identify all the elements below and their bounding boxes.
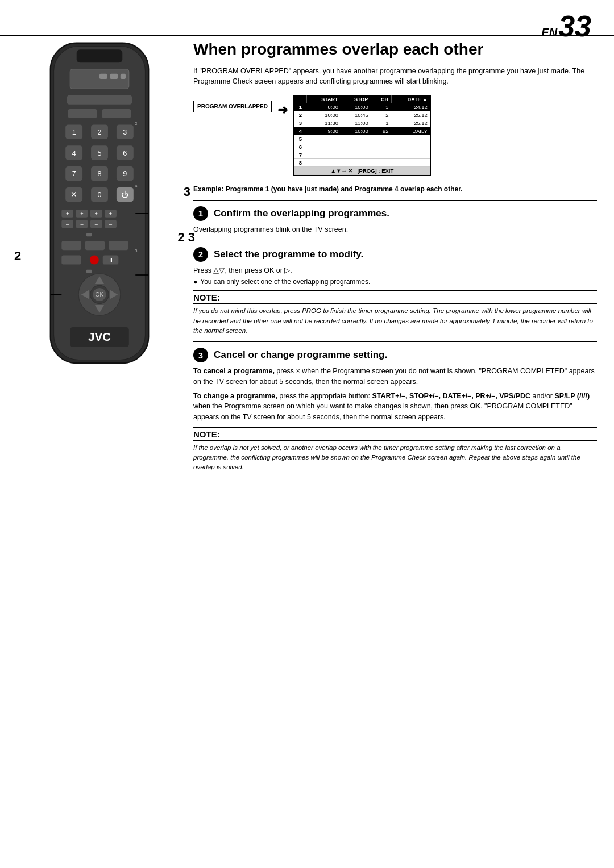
svg-text:6: 6: [123, 149, 127, 157]
note-2-heading: NOTE:: [193, 427, 597, 441]
svg-rect-55: [85, 241, 105, 250]
svg-text:8: 8: [97, 170, 101, 178]
note-1-box: NOTE: If you do not mind this overlap, p…: [193, 290, 597, 336]
step-3-heading: 3 Cancel or change programme setting.: [193, 348, 597, 362]
step-23-marker: 2 3: [177, 230, 195, 245]
table-cell: 10:00: [341, 103, 371, 111]
right-column: When programmes overlap each other If "P…: [193, 40, 597, 477]
table-cell: [371, 143, 392, 151]
step-2-marker: 2: [14, 249, 21, 264]
arrow-icon: ➜: [277, 103, 288, 118]
table-cell: [392, 159, 430, 167]
table-cell: [307, 135, 341, 143]
table-cell: 5: [294, 135, 307, 143]
remote-container: 1 2 3 2 4 5 6 7 8 9 ✕ 0: [26, 40, 173, 379]
note-2-box: NOTE: If the overlap is not yet solved, …: [193, 427, 597, 473]
divider-3: [193, 341, 597, 342]
svg-text:+: +: [95, 211, 98, 216]
table-cell: 2: [294, 111, 307, 119]
col-stop: STOP: [341, 95, 371, 103]
table-cell: 25.12: [392, 111, 430, 119]
table-cell: 10:45: [341, 111, 371, 119]
page-title: When programmes overlap each other: [193, 40, 597, 59]
svg-text:3: 3: [123, 128, 127, 136]
table-cell: 1: [294, 103, 307, 111]
page-number-area: EN 33: [541, 11, 591, 41]
svg-text:4: 4: [135, 183, 138, 189]
note-1-text: If you do not mind this overlap, press P…: [193, 306, 597, 336]
svg-text:OK: OK: [96, 291, 104, 298]
col-ch: CH: [371, 95, 392, 103]
divider-1: [193, 200, 597, 201]
svg-rect-7: [67, 95, 132, 105]
svg-text:1: 1: [72, 128, 76, 136]
left-column: 1 2 3 2 4 5 6 7 8 9 ✕ 0: [17, 40, 182, 379]
table-cell: [341, 159, 371, 167]
table-footer: ▲▼→ ✕ [PROG] : EXIT: [294, 167, 430, 175]
step-2-title: Select the programme to modify.: [214, 249, 363, 260]
table-cell: [341, 151, 371, 159]
svg-rect-2: [77, 49, 123, 62]
en-label: EN: [541, 26, 557, 39]
svg-text:4: 4: [72, 149, 76, 157]
table-cell: 9:00: [307, 127, 341, 135]
table-cell: 25.12: [392, 119, 430, 127]
table-cell: 8:00: [307, 103, 341, 111]
step-3-circle: 3: [193, 348, 208, 362]
svg-text:9: 9: [123, 170, 127, 178]
step-2-heading: 2 Select the programme to modify.: [193, 247, 597, 262]
step-2-bullet: ● You can only select one of the overlap…: [193, 278, 597, 286]
table-cell: [371, 159, 392, 167]
program-table-container: START STOP CH DATE ▲ 18:0010:00324.12210…: [293, 95, 431, 176]
table-cell: 7: [294, 151, 307, 159]
bullet-dot: ●: [193, 278, 197, 286]
table-cell: 11:30: [307, 119, 341, 127]
svg-text:2: 2: [97, 128, 101, 136]
page-number: 33: [558, 11, 591, 41]
svg-text:+: +: [66, 211, 69, 216]
svg-point-59: [90, 256, 99, 265]
svg-text:3: 3: [135, 248, 138, 253]
program-overlapped-label: PROGRAM OVERLAPPED: [193, 101, 272, 112]
col-start: START: [307, 95, 341, 103]
step-3-body2: To change a programme, press the appropr…: [193, 391, 597, 423]
intro-paragraph: If "PROGRAM OVERLAPPED" appears, you hav…: [193, 66, 597, 87]
table-cell: [307, 143, 341, 151]
program-table: START STOP CH DATE ▲ 18:0010:00324.12210…: [294, 95, 430, 175]
svg-rect-9: [102, 109, 131, 118]
table-cell: [371, 151, 392, 159]
svg-rect-4: [99, 74, 107, 79]
table-cell: 13:00: [341, 119, 371, 127]
step-1-title: Confirm the overlapping programmes.: [214, 208, 389, 219]
table-cell: 24.12: [392, 103, 430, 111]
svg-rect-3: [70, 69, 129, 89]
top-rule: [0, 35, 614, 36]
table-cell: [371, 135, 392, 143]
svg-text:–: –: [109, 222, 113, 227]
table-cell: [307, 151, 341, 159]
step-1-circle: 1: [193, 206, 208, 221]
step-3-title: Cancel or change programme setting.: [214, 349, 387, 361]
svg-text:⏻: ⏻: [121, 190, 128, 199]
table-cell: 1: [371, 119, 392, 127]
table-cell: 4: [294, 127, 307, 135]
table-cell: [392, 143, 430, 151]
table-cell: 6: [294, 143, 307, 151]
svg-rect-6: [121, 74, 126, 79]
step-3-body1: To cancel a programme, press × when the …: [193, 366, 597, 387]
svg-rect-53: [86, 233, 92, 236]
svg-text:7: 7: [72, 170, 76, 178]
svg-text:0: 0: [97, 191, 101, 199]
col-num: [294, 95, 307, 103]
col-date: DATE ▲: [392, 95, 430, 103]
svg-text:5: 5: [97, 149, 101, 157]
table-cell: [341, 135, 371, 143]
svg-text:2: 2: [135, 121, 138, 126]
table-cell: [392, 135, 430, 143]
table-cell: 10:00: [307, 111, 341, 119]
table-cell: 3: [294, 119, 307, 127]
table-cell: DAILY: [392, 127, 430, 135]
step-1-heading: 1 Confirm the overlapping programmes.: [193, 206, 597, 221]
note-2-text: If the overlap is not yet solved, or ano…: [193, 443, 597, 473]
svg-text:+: +: [80, 211, 83, 216]
